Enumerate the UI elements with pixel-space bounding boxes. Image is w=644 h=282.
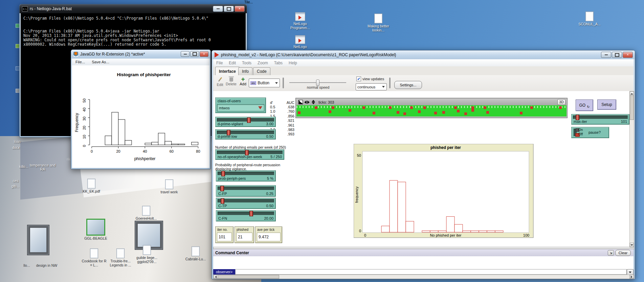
slider-track[interactable] [217, 151, 283, 154]
cmd-window-title: rs - Netlogo-Java-R.bat [30, 6, 72, 11]
monitor-phished: phished21 [235, 226, 254, 243]
slider-handle[interactable] [220, 186, 224, 191]
cmd-close-button[interactable]: × [235, 6, 245, 12]
netlogo-close-button[interactable]: × [623, 52, 633, 58]
agent-square [362, 106, 365, 109]
widget-type-dropdown[interactable]: abc Button [249, 79, 280, 87]
menu-file[interactable]: File [213, 61, 226, 65]
pause-switch[interactable]: On Off pause? [571, 127, 609, 138]
slider-track[interactable] [218, 212, 274, 215]
desktop-icon[interactable]: NetLogo Programm... [286, 12, 314, 30]
slider-track[interactable] [217, 131, 274, 134]
setup-button[interactable]: Setup [597, 100, 616, 110]
desktop-icon[interactable]: Cookbook for R = L... [81, 248, 108, 267]
world-view-agents[interactable] [296, 105, 567, 116]
observer-prompt[interactable]: observer> [213, 269, 235, 275]
slider-C-FP[interactable]: C-FP0.25 [216, 185, 276, 197]
slider-handle[interactable] [221, 171, 225, 176]
desktop-icon[interactable]: Making better lookin... [364, 14, 393, 32]
vertical-scrollbar[interactable] [629, 91, 634, 247]
slider-value: 5 % [267, 176, 273, 180]
desktop-icon[interactable]: design in NW [31, 263, 62, 267]
desktop-icon[interactable]: ces [9, 179, 22, 183]
desktop-icon[interactable]: GoereeHolt... [133, 206, 160, 220]
slider-value: 101 [621, 120, 627, 124]
javagd-titlebar[interactable]: JavaGD for R-Extension (2) *active* × [71, 50, 210, 59]
desktop-icon[interactable]: KK_EK.pdf [79, 179, 104, 193]
menu-zoom[interactable]: Zoom [254, 61, 271, 65]
clear-button[interactable]: Clear [615, 250, 631, 256]
view-updates-toggle[interactable]: ✔ view updates [356, 77, 384, 81]
desktop-icon[interactable]: glb... [7, 184, 23, 188]
desktop-icon[interactable]: travel work [156, 179, 182, 194]
settings-button[interactable]: Settings... [394, 81, 422, 89]
menu-help[interactable]: Help [286, 61, 300, 65]
go-button[interactable]: GO ↻ [576, 100, 593, 111]
desktop-icon[interactable]: loan [9, 139, 26, 144]
world-hpan-icon[interactable] [304, 101, 312, 104]
desktop-icon-label: SCONUL_A... [575, 22, 604, 26]
desktop-icon-label: ces [9, 179, 22, 183]
threed-button[interactable]: 3D [557, 99, 565, 105]
slider-track[interactable] [217, 118, 274, 122]
world-resize-icon[interactable] [298, 100, 303, 104]
desktop-icon[interactable]: SCONUL_A... [575, 12, 604, 26]
agent-square [434, 112, 437, 114]
horizontal-scrollbar[interactable] [213, 275, 634, 279]
menu-edit[interactable]: Edit [226, 61, 239, 65]
add-widget-button[interactable]: + Add [238, 77, 248, 86]
javagd-minimize-button[interactable] [181, 51, 190, 57]
world-view[interactable]: ticks: 303 3D [295, 98, 568, 118]
export-icon[interactable]: ⇲ [608, 250, 614, 256]
slider-track[interactable] [573, 115, 628, 119]
netlogo-icon [215, 52, 219, 58]
command-center-output[interactable] [213, 256, 634, 269]
desktop-icon[interactable]: guilde liege... ggplot2'09... [133, 245, 161, 264]
slider-track[interactable] [218, 172, 274, 175]
slider-d-prime-low[interactable]: d-prime-low0.50 [215, 129, 276, 139]
delete-widget-button[interactable]: Delete [225, 77, 238, 86]
tab-info[interactable]: Info [238, 67, 252, 75]
chooser-value-box[interactable]: mtwos [217, 104, 264, 111]
slider-C-TP[interactable]: C-TP0.50 [216, 198, 276, 209]
tab-interface[interactable]: Interface [215, 67, 240, 75]
slider-C-FN[interactable]: C-FN20.00 [216, 210, 276, 221]
desktop-icon[interactable]: Cabrale-Lu... [183, 246, 208, 261]
update-mode-dropdown[interactable]: continuous [356, 83, 387, 90]
slider-track[interactable] [218, 187, 274, 190]
slider-label-row: C-FN20.00 [218, 216, 273, 220]
class-of-users-chooser[interactable]: class-of-users mtwos [215, 97, 266, 113]
cmd-titlebar[interactable]: C:\ rs - Netlogo-Java-R.bat × [20, 4, 247, 13]
menu-tabs[interactable]: Tabs [271, 61, 286, 65]
javagd-menu-saveas[interactable]: Save As... [88, 60, 113, 64]
netlogo-maximize-button[interactable] [612, 52, 622, 58]
javagd-maximize-button[interactable] [190, 51, 199, 57]
javagd-close-button[interactable]: × [200, 51, 208, 57]
netlogo-titlebar[interactable]: phishing_model_v2 - NetLogo {C:\Users\ka… [212, 50, 635, 59]
desktop-icon[interactable]: GGL-BEAGLE [83, 219, 109, 240]
netlogo-minimize-button[interactable] [601, 52, 611, 58]
agent-square [484, 106, 486, 109]
slider-d-prime-vigilant[interactable]: d-prime-vigilant3.00 [215, 117, 276, 127]
slider-handle[interactable] [221, 198, 224, 204]
cmd-maximize-button[interactable] [224, 6, 234, 12]
command-input[interactable] [235, 269, 627, 275]
slider-no-of-spearphish-per-week[interactable]: no-of-spearphish-per-week5 / 250 [215, 149, 284, 160]
switch-track[interactable] [574, 129, 577, 136]
menu-tools[interactable]: Tools [239, 61, 254, 65]
desktop-icon[interactable] [26, 225, 50, 256]
checkbox-checked-icon[interactable]: ✔ [356, 77, 361, 81]
desktop-icon[interactable]: NetLogo [286, 35, 314, 49]
javagd-menu-file[interactable]: File... [72, 60, 88, 64]
desktop-icon[interactable]: docx [7, 146, 24, 150]
edit-widget-button[interactable]: Edit [216, 77, 224, 87]
cmd-minimize-button[interactable] [213, 6, 223, 12]
slider-max-iter[interactable]: max-iter101 [571, 114, 629, 125]
tab-code[interactable]: Code [253, 67, 270, 75]
desktop-icon[interactable]: Trouble-fre... Legends in ... [107, 248, 134, 267]
slider-track[interactable] [218, 199, 274, 202]
world-vpan-icon[interactable] [312, 100, 315, 104]
slider-prob-periph-pers[interactable]: prob-periph-pers5 % [216, 170, 276, 181]
slider-handle[interactable] [249, 211, 253, 216]
desktop-icon[interactable]: temperance and RA [27, 163, 58, 171]
